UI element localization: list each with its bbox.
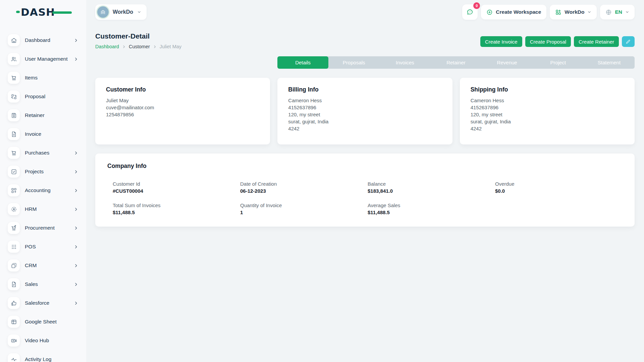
sidebar: DASH Dashboard User Management Items — [0, 0, 86, 362]
chevron-right-icon — [74, 282, 78, 287]
edit-customer-button[interactable] — [622, 36, 635, 47]
sidebar-item-pos[interactable]: POS — [0, 237, 86, 256]
chevron-right-icon — [74, 263, 78, 268]
plus-circle-icon — [486, 9, 493, 15]
company-info-grid: Customer Id #CUST00004 Date of Creation … — [107, 181, 623, 215]
chat-icon — [466, 8, 474, 16]
home-icon — [8, 34, 20, 46]
sidebar-item-label: Items — [25, 75, 38, 81]
field-balance: Balance $183,841.0 — [368, 181, 495, 194]
sidebar-item-label: Procurement — [25, 225, 55, 231]
users-icon — [8, 53, 20, 65]
create-invoice-button[interactable]: Create Invoice — [480, 36, 522, 47]
tab-retainer[interactable]: Retainer — [430, 56, 481, 69]
chevron-down-icon — [587, 10, 591, 14]
shipping-street: 120, my street — [471, 111, 624, 118]
field-label: Balance — [368, 181, 495, 187]
customer-name: Juliet May — [106, 97, 259, 104]
logo-text: DASH — [21, 6, 55, 18]
topbar: WorkDo 0 Create Workspace WorkDo — [95, 0, 635, 24]
sidebar-item-dashboard[interactable]: Dashboard — [0, 31, 86, 50]
sidebar-item-projects[interactable]: Projects — [0, 162, 86, 181]
sidebar-item-google-sheet[interactable]: Google Sheet — [0, 312, 86, 331]
tab-invoices[interactable]: Invoices — [379, 56, 430, 69]
copy-frames-icon — [8, 259, 20, 272]
field-value: $11,488.5 — [368, 209, 495, 215]
field-label: Customer Id — [113, 181, 240, 187]
company-info-card: Company Info Customer Id #CUST00004 Date… — [95, 154, 635, 227]
sidebar-item-hrm[interactable]: HRM — [0, 200, 86, 219]
billing-street: 120, my street — [288, 111, 441, 118]
billing-city: surat, gujrat, India — [288, 118, 441, 125]
workspace-avatar — [97, 6, 109, 18]
tab-statement[interactable]: Statement — [584, 56, 635, 69]
chevron-right-icon — [74, 151, 78, 155]
main-area: WorkDo 0 Create Workspace WorkDo — [86, 0, 644, 362]
grid-plus-icon — [8, 184, 20, 196]
dash-logo: DASH — [21, 6, 55, 18]
create-workspace-button[interactable]: Create Workspace — [481, 5, 546, 19]
sidebar-item-label: CRM — [25, 262, 37, 268]
page-title: Customer-Detail — [95, 32, 181, 40]
card-title: Company Info — [107, 163, 623, 170]
customer-info-card: Customer Info Juliet May cuve@mailinator… — [95, 78, 270, 144]
chevron-down-icon — [625, 10, 629, 14]
sidebar-item-activity-log[interactable]: Activity Log — [0, 350, 86, 362]
chevron-right-icon — [74, 38, 78, 43]
field-value: $0.0 — [495, 188, 623, 194]
sidebar-item-label: Accounting — [25, 187, 51, 193]
workspace-selector[interactable]: WorkDo — [95, 4, 147, 20]
file-text-icon — [8, 278, 20, 290]
tab-revenue[interactable]: Revenue — [482, 56, 533, 69]
sidebar-item-accounting[interactable]: Accounting — [0, 181, 86, 200]
sidebar-item-purchases[interactable]: Purchases — [0, 143, 86, 162]
create-retainer-button[interactable]: Create Retainer — [574, 36, 619, 47]
field-value: $183,841.0 — [368, 188, 495, 194]
sidebar-item-salesforce[interactable]: Salesforce — [0, 294, 86, 312]
page-header: Customer-Detail Dashboard Customer Julie… — [95, 32, 635, 49]
sidebar-item-user-management[interactable]: User Management — [0, 50, 86, 68]
sidebar-item-retainer[interactable]: Retainer — [0, 106, 86, 125]
brand-logo[interactable]: DASH — [0, 0, 86, 24]
tab-details[interactable]: Details — [277, 56, 328, 69]
tab-proposals[interactable]: Proposals — [328, 56, 379, 69]
dots-grid-icon — [8, 241, 20, 253]
chevron-down-icon — [137, 10, 141, 14]
shipping-phone: 4152637896 — [471, 104, 624, 111]
tab-project[interactable]: Project — [533, 56, 584, 69]
shipping-city: surat, gujrat, India — [471, 118, 624, 125]
sidebar-item-procurement[interactable]: Procurement — [0, 219, 86, 237]
sidebar-item-label: Video Hub — [25, 338, 49, 344]
chevron-right-icon — [74, 301, 78, 305]
table-icon — [8, 316, 20, 328]
billing-name: Cameron Hess — [288, 97, 441, 104]
sidebar-item-label: User Management — [25, 56, 68, 62]
card-title: Customer Info — [106, 86, 259, 93]
breadcrumb-customer-link[interactable]: Customer — [129, 44, 150, 49]
sidebar-item-invoice[interactable]: Invoice — [0, 125, 86, 143]
field-value: 06-12-2023 — [240, 188, 368, 194]
messages-count-badge: 0 — [473, 2, 480, 9]
create-proposal-button[interactable]: Create Proposal — [525, 36, 571, 47]
sidebar-item-video-hub[interactable]: Video Hub — [0, 331, 86, 350]
logo-dash-bar — [52, 11, 72, 14]
check-square-icon — [8, 166, 20, 178]
sidebar-item-proposal[interactable]: Proposal — [0, 87, 86, 106]
sidebar-item-sales[interactable]: Sales — [0, 275, 86, 294]
workspace-name: WorkDo — [113, 9, 133, 15]
sidebar-item-crm[interactable]: CRM — [0, 256, 86, 275]
sidebar-item-items[interactable]: Items — [0, 68, 86, 87]
sidebar-nav: Dashboard User Management Items Proposal… — [0, 31, 86, 362]
thumbs-up-icon — [8, 297, 20, 309]
sidebar-item-label: Invoice — [25, 131, 41, 137]
topbar-right: 0 Create Workspace WorkDo EN — [462, 4, 635, 20]
workdo-apps-menu[interactable]: WorkDo — [550, 5, 597, 19]
breadcrumb-dashboard-link[interactable]: Dashboard — [95, 44, 119, 49]
proposal-swap-icon — [8, 90, 20, 103]
messages-button[interactable]: 0 — [462, 4, 478, 20]
chevron-right-icon — [74, 57, 78, 61]
pencil-icon — [626, 39, 631, 44]
field-value: 1 — [240, 209, 368, 215]
chevron-right-icon — [74, 207, 78, 212]
language-selector[interactable]: EN — [600, 5, 635, 19]
